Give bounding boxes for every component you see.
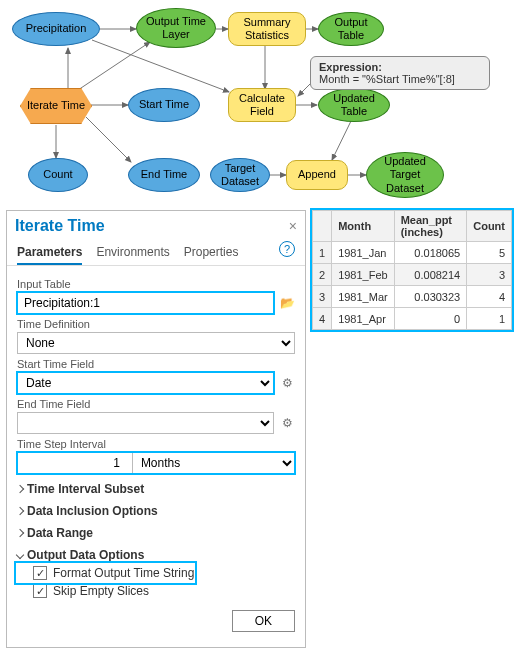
start-time-field-select[interactable]: Date — [17, 372, 274, 394]
skip-empty-slices-checkbox[interactable]: ✓ — [33, 584, 47, 598]
node-start-time: Start Time — [128, 88, 200, 122]
table-row[interactable]: 1 1981_Jan 0.018065 5 — [313, 242, 512, 264]
results-table: Month Mean_ppt (inches) Count 1 1981_Jan… — [312, 210, 512, 330]
gear-icon[interactable]: ⚙ — [280, 415, 295, 431]
col-mean[interactable]: Mean_ppt (inches) — [394, 211, 467, 242]
node-summary-statistics: Summary Statistics — [228, 12, 306, 46]
node-iterate-time: Iterate Time — [20, 88, 92, 124]
label-input-table: Input Table — [17, 278, 295, 290]
label-end-time-field: End Time Field — [17, 398, 295, 410]
format-output-time-string-label: Format Output Time String — [53, 566, 194, 580]
node-count: Count — [28, 158, 88, 192]
table-row[interactable]: 3 1981_Mar 0.030323 4 — [313, 286, 512, 308]
node-append: Append — [286, 160, 348, 190]
node-updated-table: Updated Table — [318, 88, 390, 122]
skip-empty-slices-label: Skip Empty Slices — [53, 584, 149, 598]
folder-icon[interactable]: 📂 — [280, 295, 295, 311]
node-output-time-layer: Output Time Layer — [136, 8, 216, 48]
end-time-field-select[interactable] — [17, 412, 274, 434]
gear-icon[interactable]: ⚙ — [280, 375, 295, 391]
time-definition-select[interactable]: None — [17, 332, 295, 354]
label-time-definition: Time Definition — [17, 318, 295, 330]
group-data-range[interactable]: Data Range — [17, 526, 295, 540]
group-output-data-options[interactable]: Output Data Options — [17, 548, 295, 562]
callout-title: Expression: — [319, 61, 382, 73]
table-row[interactable]: 2 1981_Feb 0.008214 3 — [313, 264, 512, 286]
panel-title: Iterate Time — [15, 217, 105, 235]
tab-environments[interactable]: Environments — [96, 241, 169, 265]
ok-button[interactable]: OK — [232, 610, 295, 632]
node-end-time: End Time — [128, 158, 200, 192]
time-step-unit-select[interactable]: Months — [132, 452, 295, 474]
input-table-field[interactable] — [17, 292, 274, 314]
svg-line-11 — [332, 121, 351, 160]
tab-properties[interactable]: Properties — [184, 241, 239, 265]
group-data-inclusion-options[interactable]: Data Inclusion Options — [17, 504, 295, 518]
node-precipitation: Precipitation — [12, 12, 100, 46]
format-output-time-string-checkbox[interactable]: ✓ — [33, 566, 47, 580]
col-count[interactable]: Count — [467, 211, 512, 242]
model-diagram: Precipitation Output Time Layer Summary … — [0, 0, 518, 210]
chevron-right-icon — [16, 507, 24, 515]
table-row[interactable]: 4 1981_Apr 0 1 — [313, 308, 512, 330]
label-start-time-field: Start Time Field — [17, 358, 295, 370]
table-header-row: Month Mean_ppt (inches) Count — [313, 211, 512, 242]
col-month[interactable]: Month — [332, 211, 395, 242]
time-step-value-field[interactable] — [17, 452, 126, 474]
iterate-time-panel: Iterate Time × Parameters Environments P… — [6, 210, 306, 648]
chevron-down-icon — [16, 551, 24, 559]
close-icon[interactable]: × — [289, 218, 297, 234]
svg-line-3 — [92, 40, 229, 92]
node-output-table: Output Table — [318, 12, 384, 46]
help-icon[interactable]: ? — [279, 241, 295, 257]
tab-parameters[interactable]: Parameters — [17, 241, 82, 265]
label-time-step-interval: Time Step Interval — [17, 438, 295, 450]
group-time-interval-subset[interactable]: Time Interval Subset — [17, 482, 295, 496]
callout-body: Month = "%Start Time%"[:8] — [319, 73, 455, 85]
table-corner — [313, 211, 332, 242]
node-calculate-field: Calculate Field — [228, 88, 296, 122]
svg-line-8 — [86, 117, 131, 162]
expression-callout: Expression: Month = "%Start Time%"[:8] — [310, 56, 490, 90]
svg-line-4 — [72, 42, 150, 94]
chevron-right-icon — [16, 529, 24, 537]
node-target-dataset: Target Dataset — [210, 158, 270, 192]
node-updated-target-dataset: Updated Target Dataset — [366, 152, 444, 198]
chevron-right-icon — [16, 485, 24, 493]
